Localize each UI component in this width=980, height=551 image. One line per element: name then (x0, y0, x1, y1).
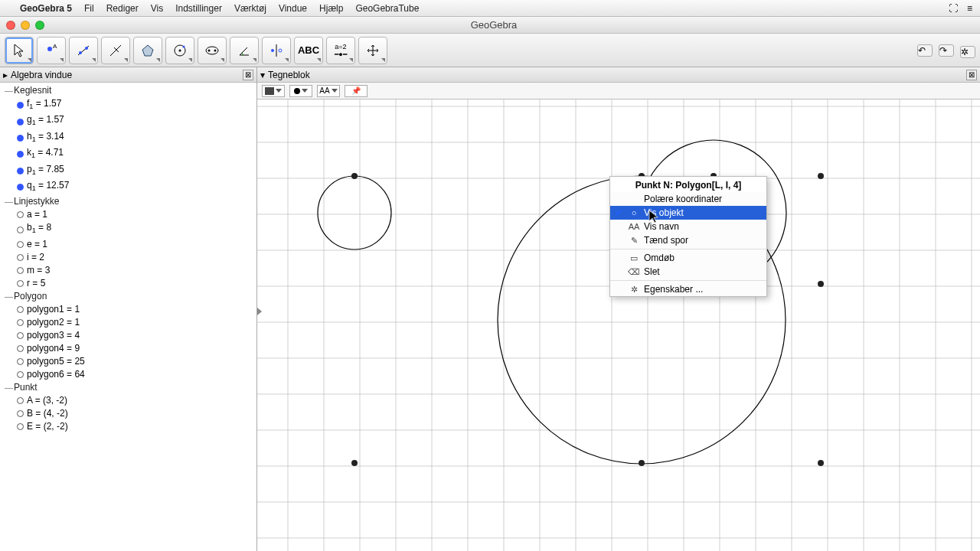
graphics-panel-header[interactable]: ▾ Tegneblok ⊠ (257, 67, 980, 83)
toolbar-undo[interactable]: ↶ (917, 44, 933, 57)
visibility-toggle[interactable] (17, 332, 24, 339)
menu-hjaelp[interactable]: Hjælp (319, 3, 343, 14)
context-menu-item[interactable]: ✎Tænd spor (610, 233, 766, 247)
algebra-item[interactable]: B = (4, -2) (0, 407, 256, 420)
algebra-item[interactable]: q1 = 12.57 (0, 179, 256, 195)
visibility-toggle[interactable] (17, 151, 24, 158)
visibility-toggle[interactable] (17, 423, 24, 430)
visibility-toggle[interactable] (17, 102, 24, 109)
context-menu-item[interactable]: ⌫Slet (610, 265, 766, 279)
toolbar-settings-icon[interactable]: ✲ (960, 46, 975, 58)
algebra-item[interactable]: A = (3, -2) (0, 394, 256, 407)
algebra-item[interactable]: e = 1 (0, 238, 256, 251)
status-icon[interactable]: ⛶ (949, 3, 958, 14)
algebra-item[interactable]: a = 1 (0, 208, 256, 221)
visibility-toggle[interactable] (17, 119, 24, 126)
algebra-item[interactable]: b1 = 8 (0, 221, 256, 237)
visibility-toggle[interactable] (17, 168, 24, 174)
visibility-toggle[interactable] (17, 306, 24, 313)
visibility-toggle[interactable] (17, 345, 24, 352)
point-object[interactable] (818, 460, 824, 466)
menu-fil[interactable]: Fil (84, 3, 94, 14)
menu-rediger[interactable]: Rediger (106, 3, 139, 14)
context-menu-item[interactable]: Polære koordinater (610, 192, 766, 206)
point-object[interactable] (351, 173, 358, 179)
tool-angle[interactable] (230, 37, 259, 64)
algebra-category[interactable]: —Polygon (0, 290, 256, 303)
menu-vindue[interactable]: Vindue (279, 3, 307, 14)
visibility-toggle[interactable] (17, 184, 24, 191)
toolbar-redo[interactable]: ↷ (939, 44, 954, 57)
algebra-category[interactable]: —Linjestykke (0, 195, 256, 208)
visibility-toggle[interactable] (17, 227, 24, 233)
algebra-close-button[interactable]: ⊠ (243, 70, 253, 80)
algebra-item[interactable]: E = (2, -2) (0, 420, 256, 433)
tool-perpendicular[interactable] (101, 37, 130, 64)
window-zoom-button[interactable] (35, 21, 44, 30)
algebra-item[interactable]: polygon2 = 1 (0, 316, 256, 329)
algebra-item[interactable]: g1 = 1.57 (0, 113, 256, 129)
style-label[interactable]: AA (317, 85, 340, 97)
algebra-panel-header[interactable]: ▸ Algebra vindue ⊠ (0, 67, 256, 83)
visibility-toggle[interactable] (17, 319, 24, 326)
tool-ellipse[interactable] (198, 37, 227, 64)
algebra-item[interactable]: polygon6 = 64 (0, 368, 256, 381)
context-menu-item[interactable]: AAVis navn (610, 220, 766, 233)
window-close-button[interactable] (6, 21, 15, 30)
algebra-item[interactable]: polygon4 = 9 (0, 342, 256, 355)
visibility-toggle[interactable] (17, 267, 24, 274)
tool-polygon[interactable] (133, 37, 162, 64)
algebra-item[interactable]: i = 2 (0, 251, 256, 264)
algebra-item[interactable]: k1 = 4.71 (0, 146, 256, 162)
point-object[interactable] (818, 173, 824, 179)
visibility-toggle[interactable] (17, 358, 24, 365)
window-minimize-button[interactable] (21, 21, 30, 30)
tool-reflect[interactable] (262, 37, 291, 64)
context-menu-item[interactable]: ▭Omdøb (610, 251, 766, 265)
tool-move[interactable] (5, 37, 34, 64)
menu-geogebratube[interactable]: GeoGebraTube (355, 3, 419, 14)
point-object[interactable] (639, 460, 645, 466)
visibility-toggle[interactable] (17, 211, 24, 218)
collapse-icon[interactable]: ▸ (3, 70, 8, 80)
algebra-item[interactable]: polygon3 = 4 (0, 329, 256, 342)
algebra-item[interactable]: r = 5 (0, 277, 256, 290)
menu-vaerktoj[interactable]: Værktøj (234, 3, 266, 14)
visibility-toggle[interactable] (17, 241, 24, 248)
visibility-toggle[interactable] (17, 410, 24, 417)
algebra-item[interactable]: polygon5 = 25 (0, 355, 256, 368)
app-menu[interactable]: GeoGebra 5 (20, 3, 72, 14)
tool-line[interactable] (69, 37, 98, 64)
context-menu-item[interactable]: ✓○Vis objekt (610, 206, 766, 220)
menu-extras-icon[interactable]: ≡ (967, 3, 972, 14)
visibility-toggle[interactable] (17, 135, 24, 142)
algebra-tree[interactable]: —Keglesnitf1 = 1.57g1 = 1.57h1 = 3.14k1 … (0, 83, 256, 551)
context-menu-item[interactable]: ✲Egenskaber ... (610, 282, 766, 296)
tool-move-graphics[interactable] (358, 37, 387, 64)
algebra-category[interactable]: —Punkt (0, 381, 256, 394)
collapse-icon[interactable]: ▾ (260, 70, 265, 80)
algebra-item[interactable]: f1 = 1.57 (0, 97, 256, 113)
point-object[interactable] (818, 281, 824, 287)
algebra-item[interactable]: h1 = 3.14 (0, 130, 256, 146)
algebra-category[interactable]: —Keglesnit (0, 84, 256, 97)
graphics-close-button[interactable]: ⊠ (966, 70, 977, 80)
visibility-toggle[interactable] (17, 371, 24, 378)
visibility-toggle[interactable] (17, 254, 24, 261)
style-pin[interactable]: 📌 (345, 85, 368, 97)
graphics-canvas[interactable]: Punkt N: Polygon[L, I, 4]Polære koordina… (257, 99, 980, 551)
menu-vis[interactable]: Vis (151, 3, 163, 14)
tool-circle[interactable] (165, 37, 194, 64)
tool-text[interactable]: ABC (294, 37, 323, 64)
algebra-item[interactable]: polygon1 = 1 (0, 303, 256, 316)
algebra-item[interactable]: p1 = 7.85 (0, 163, 256, 179)
point-object[interactable] (351, 460, 358, 466)
visibility-toggle[interactable] (17, 280, 24, 287)
circle-object[interactable] (318, 176, 391, 249)
algebra-item[interactable]: m = 3 (0, 264, 256, 277)
menu-indstillinger[interactable]: Indstillinger (175, 3, 222, 14)
tool-slider[interactable]: a=2━●━ (326, 37, 355, 64)
tool-point[interactable]: A (37, 37, 66, 64)
visibility-toggle[interactable] (17, 397, 24, 404)
style-color[interactable] (262, 85, 285, 97)
